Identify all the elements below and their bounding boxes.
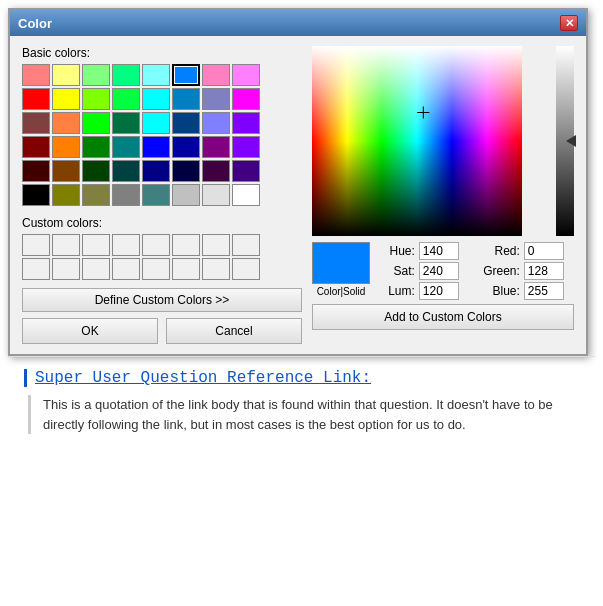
basic-color-swatch[interactable] bbox=[52, 64, 80, 86]
basic-color-swatch[interactable] bbox=[172, 184, 200, 206]
custom-color-swatch[interactable] bbox=[172, 258, 200, 280]
sat-label: Sat: bbox=[378, 264, 415, 278]
basic-color-swatch[interactable] bbox=[82, 64, 110, 86]
close-button[interactable]: ✕ bbox=[560, 15, 578, 31]
basic-color-swatch[interactable] bbox=[232, 160, 260, 182]
custom-color-swatch[interactable] bbox=[112, 234, 140, 256]
basic-color-swatch[interactable] bbox=[172, 160, 200, 182]
custom-color-swatch[interactable] bbox=[82, 258, 110, 280]
basic-color-swatch[interactable] bbox=[142, 112, 170, 134]
left-panel: Basic colors: Custom colors: Define Cust… bbox=[22, 46, 302, 344]
basic-color-swatch[interactable] bbox=[52, 112, 80, 134]
basic-color-swatch[interactable] bbox=[202, 160, 230, 182]
red-label: Red: bbox=[473, 244, 520, 258]
basic-color-swatch[interactable] bbox=[232, 88, 260, 110]
basic-color-swatch[interactable] bbox=[112, 184, 140, 206]
basic-color-swatch[interactable] bbox=[52, 184, 80, 206]
color-solid-label: Color|Solid bbox=[317, 286, 366, 297]
luminance-bar[interactable] bbox=[556, 46, 574, 236]
basic-color-swatch[interactable] bbox=[172, 64, 200, 86]
basic-color-swatch[interactable] bbox=[142, 160, 170, 182]
basic-color-swatch[interactable] bbox=[82, 88, 110, 110]
basic-color-swatch[interactable] bbox=[142, 88, 170, 110]
color-preview bbox=[312, 242, 370, 284]
hue-input[interactable] bbox=[419, 242, 459, 260]
basic-color-swatch[interactable] bbox=[232, 136, 260, 158]
basic-colors-label: Basic colors: bbox=[22, 46, 302, 60]
custom-color-swatch[interactable] bbox=[82, 234, 110, 256]
basic-color-swatch[interactable] bbox=[232, 184, 260, 206]
basic-color-swatch[interactable] bbox=[202, 184, 230, 206]
basic-color-swatch[interactable] bbox=[202, 112, 230, 134]
basic-color-swatch[interactable] bbox=[112, 136, 140, 158]
basic-color-swatch[interactable] bbox=[52, 160, 80, 182]
color-picker-area[interactable] bbox=[312, 46, 574, 236]
custom-color-swatch[interactable] bbox=[202, 258, 230, 280]
basic-color-swatch[interactable] bbox=[22, 112, 50, 134]
custom-color-swatch[interactable] bbox=[22, 234, 50, 256]
basic-color-swatch[interactable] bbox=[22, 160, 50, 182]
lum-arrow-icon bbox=[566, 135, 576, 147]
custom-color-swatch[interactable] bbox=[172, 234, 200, 256]
sat-input[interactable] bbox=[419, 262, 459, 280]
basic-color-swatch[interactable] bbox=[22, 64, 50, 86]
basic-color-swatch[interactable] bbox=[232, 64, 260, 86]
basic-color-swatch[interactable] bbox=[52, 136, 80, 158]
custom-color-swatch[interactable] bbox=[232, 234, 260, 256]
basic-color-swatch[interactable] bbox=[82, 160, 110, 182]
basic-color-swatch[interactable] bbox=[22, 88, 50, 110]
custom-colors-label: Custom colors: bbox=[22, 216, 302, 230]
custom-color-swatch[interactable] bbox=[52, 234, 80, 256]
color-values-panel: Hue: Red: Sat: Green: Lum: Blue: bbox=[378, 242, 574, 300]
custom-color-swatch[interactable] bbox=[142, 258, 170, 280]
custom-color-grid bbox=[22, 234, 302, 280]
page-content: Super User Question Reference Link: This… bbox=[8, 356, 595, 446]
add-to-custom-colors-button[interactable]: Add to Custom Colors bbox=[312, 304, 574, 330]
custom-color-swatch[interactable] bbox=[142, 234, 170, 256]
basic-color-swatch[interactable] bbox=[112, 88, 140, 110]
green-label: Green: bbox=[473, 264, 520, 278]
custom-color-swatch[interactable] bbox=[202, 234, 230, 256]
custom-color-swatch[interactable] bbox=[52, 258, 80, 280]
basic-color-swatch[interactable] bbox=[172, 112, 200, 134]
basic-color-swatch[interactable] bbox=[82, 184, 110, 206]
basic-color-swatch[interactable] bbox=[202, 88, 230, 110]
custom-color-swatch[interactable] bbox=[112, 258, 140, 280]
basic-color-swatch[interactable] bbox=[172, 136, 200, 158]
dialog-content: Basic colors: Custom colors: Define Cust… bbox=[22, 46, 574, 344]
basic-color-swatch[interactable] bbox=[52, 88, 80, 110]
basic-color-swatch[interactable] bbox=[22, 136, 50, 158]
basic-color-swatch[interactable] bbox=[142, 184, 170, 206]
basic-color-swatch[interactable] bbox=[202, 64, 230, 86]
cancel-button[interactable]: Cancel bbox=[166, 318, 302, 344]
lum-label: Lum: bbox=[378, 284, 415, 298]
basic-color-swatch[interactable] bbox=[202, 136, 230, 158]
basic-color-grid bbox=[22, 64, 302, 206]
basic-color-swatch[interactable] bbox=[172, 88, 200, 110]
red-input[interactable] bbox=[524, 242, 564, 260]
lum-input[interactable] bbox=[419, 282, 459, 300]
page-container: Color ✕ Basic colors: Custom colors: Def… bbox=[0, 0, 603, 454]
custom-color-swatch[interactable] bbox=[22, 258, 50, 280]
blue-label: Blue: bbox=[473, 284, 520, 298]
ok-cancel-row: OK Cancel bbox=[22, 318, 302, 344]
basic-color-swatch[interactable] bbox=[22, 184, 50, 206]
dialog-titlebar: Color ✕ bbox=[10, 10, 586, 36]
reference-link[interactable]: Super User Question Reference Link: bbox=[24, 369, 579, 387]
color-spectrum-canvas[interactable] bbox=[312, 46, 522, 236]
basic-color-swatch[interactable] bbox=[232, 112, 260, 134]
basic-color-swatch[interactable] bbox=[112, 64, 140, 86]
basic-color-swatch[interactable] bbox=[82, 136, 110, 158]
color-dialog: Color ✕ Basic colors: Custom colors: Def… bbox=[8, 8, 588, 356]
basic-color-swatch[interactable] bbox=[112, 160, 140, 182]
values-grid: Hue: Red: Sat: Green: Lum: Blue: bbox=[378, 242, 574, 300]
basic-color-swatch[interactable] bbox=[82, 112, 110, 134]
basic-color-swatch[interactable] bbox=[112, 112, 140, 134]
basic-color-swatch[interactable] bbox=[142, 136, 170, 158]
green-input[interactable] bbox=[524, 262, 564, 280]
define-custom-colors-button[interactable]: Define Custom Colors >> bbox=[22, 288, 302, 312]
custom-color-swatch[interactable] bbox=[232, 258, 260, 280]
blue-input[interactable] bbox=[524, 282, 564, 300]
ok-button[interactable]: OK bbox=[22, 318, 158, 344]
basic-color-swatch[interactable] bbox=[142, 64, 170, 86]
